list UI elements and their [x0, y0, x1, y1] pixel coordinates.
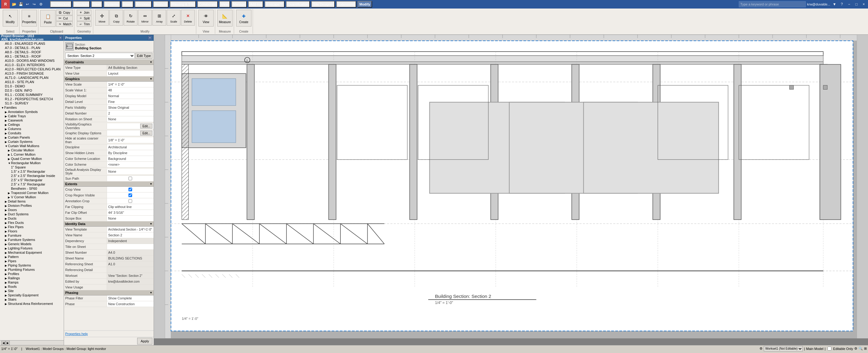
tree-item[interactable]: A11.0 - ELEV. INTERIORS — [1, 63, 63, 67]
workset-selector[interactable]: Workset1 (Not Editable) — [764, 346, 803, 351]
tree-item[interactable]: ▶Stairs — [1, 297, 63, 301]
extents-section-header[interactable]: Extents ▼ — [64, 182, 154, 187]
properties-help-text[interactable]: Properties help — [64, 330, 154, 337]
tree-item[interactable]: ▶L Corner Mullion — [1, 152, 63, 157]
tree-item[interactable]: ▶Structural Area Reinforcement — [1, 301, 63, 306]
tree-item[interactable]: R1.1 - CODE SUMMARY — [1, 93, 63, 97]
tree-item[interactable]: AS1.0 - SITE PLAN — [1, 80, 63, 84]
edit-type-btn[interactable]: Edit Type — [135, 53, 152, 59]
user-settings-btn[interactable]: ▼ — [831, 1, 838, 7]
massing-menu-btn[interactable]: Massing & Site — [170, 1, 196, 8]
tree-item[interactable]: ▶Columns — [1, 127, 63, 131]
array-btn[interactable]: ⊞ Array — [152, 10, 166, 26]
tree-item[interactable]: ▶Railings — [1, 276, 63, 280]
crop-view-checkbox[interactable] — [108, 188, 152, 191]
annotate-menu-btn[interactable]: Annotate — [135, 1, 152, 8]
properties-close-btn[interactable]: × — [148, 35, 152, 40]
tree-item[interactable]: 2.5" x 7.5" Rectangular — [1, 182, 63, 186]
tree-item[interactable]: A7.0 - DETAILS - PLAN — [1, 46, 63, 50]
pb-back-btn[interactable]: ◀ — [1, 341, 5, 345]
pb-forward-btn[interactable]: ▶ — [5, 341, 10, 345]
analyze-menu-btn[interactable]: Analyze — [153, 1, 168, 8]
tree-item[interactable]: ▶Generic Models — [1, 242, 63, 246]
editable-only-checkbox[interactable] — [828, 347, 831, 351]
addins-menu-btn[interactable]: Add-Ins — [248, 1, 263, 8]
enscape-menu-btn[interactable]: Enscape™ — [265, 1, 285, 8]
modify-menu-btn[interactable]: Modify — [358, 1, 372, 8]
tree-item[interactable]: D1.0 - DEMO — [1, 84, 63, 88]
tree-item[interactable]: 1" Square — [1, 165, 63, 169]
tree-item[interactable]: ▶Profiles — [1, 272, 63, 276]
tree-item[interactable]: ▶Trapezoid Corner Mullion — [1, 191, 63, 195]
extensions-menu-btn[interactable]: Extensions — [336, 1, 356, 8]
create-btn[interactable]: ✚ Create — [236, 10, 251, 27]
rotate-btn[interactable]: ↻ Rotate — [124, 10, 137, 26]
tree-item[interactable]: ▶Casework — [1, 118, 63, 122]
tree-item[interactable]: ▶Circular Mullion — [1, 148, 63, 152]
qa-undo-btn[interactable]: ↩ — [24, 1, 30, 7]
phasing-section-header[interactable]: Phasing ▼ — [64, 290, 154, 295]
tree-item[interactable]: ▶Pattern — [1, 255, 63, 259]
tree-item[interactable]: Bendheim - SF60 — [1, 186, 63, 191]
tree-item[interactable]: D2.0 - GEN. INFO — [1, 88, 63, 93]
tree-item[interactable]: ▶Furniture — [1, 233, 63, 237]
sun-path-checkbox[interactable] — [108, 176, 152, 180]
tree-item[interactable]: ▶Detail Items — [1, 199, 63, 203]
join-btn[interactable]: +Join — [77, 10, 91, 15]
manage-menu-btn[interactable]: Manage — [231, 1, 247, 8]
vis-graphics-edit-btn[interactable]: Edit... — [140, 124, 152, 129]
collaborate-menu-btn[interactable]: Collaborate — [197, 1, 218, 8]
tree-item[interactable]: A10.0 - DOORS AND WINDOWS — [1, 59, 63, 63]
tree-ducts-item[interactable]: ▶Ducts — [1, 216, 63, 221]
paste-btn[interactable]: 📋 Paste — [40, 10, 56, 27]
tree-item[interactable]: ▶Annotation Symbols — [1, 110, 63, 114]
properties-help-link[interactable]: Properties help — [65, 332, 88, 335]
tree-item[interactable]: ▶Ramps — [1, 280, 63, 285]
tree-item[interactable]: ▶Floors — [1, 229, 63, 233]
crop-region-checkbox[interactable] — [108, 193, 152, 197]
modify-btn[interactable]: ↖ Modify — [3, 10, 18, 27]
tree-item[interactable]: S1.0 - SURVEY — [1, 101, 63, 105]
graphic-display-edit-btn[interactable]: Edit... — [140, 131, 152, 135]
structure-menu-btn[interactable]: Structure — [73, 1, 90, 8]
systems-menu-btn[interactable]: Systems — [104, 1, 120, 8]
copy-btn[interactable]: ⧉Copy — [56, 10, 73, 15]
tree-item[interactable]: ▶Plumbing Fixtures — [1, 267, 63, 272]
tree-item[interactable]: ▶Piping Systems — [1, 263, 63, 267]
tree-item[interactable]: ▶Conduits — [1, 131, 63, 135]
delete-btn[interactable]: ✕ Delete — [181, 10, 195, 26]
tree-item[interactable]: R1.2 - PERSPECTIVE SKETCH — [1, 97, 63, 101]
tree-item[interactable]: 2.5" x 2.5" Rectangular Inside — [1, 173, 63, 178]
tree-item[interactable]: ▶Roofs — [1, 285, 63, 289]
project-browser-tree[interactable]: A6.0 - ENLARGED PLANS A7.0 - DETAILS - P… — [0, 41, 64, 340]
site-designer-menu-btn[interactable]: Site Designer — [311, 1, 335, 8]
qa-open-btn[interactable]: 📂 — [11, 1, 17, 7]
tree-item[interactable]: ▶Curtain Systems — [1, 139, 63, 144]
quantification-menu-btn[interactable]: Quantification — [286, 1, 310, 8]
measure-btn[interactable]: 📐 Measure — [217, 10, 232, 27]
tree-item[interactable]: ▶Pipes — [1, 259, 63, 263]
tree-item[interactable]: ▶Furniture Systems — [1, 237, 63, 242]
qa-redo-btn[interactable]: ↪ — [31, 1, 37, 7]
properties-scroll-area[interactable]: Constraints ▼ View Type A4 Building Sect… — [64, 60, 154, 330]
copy-large-btn[interactable]: ⧉ Copy — [110, 10, 123, 26]
revit-logo[interactable]: R — [1, 0, 10, 8]
scale-btn[interactable]: ⤢ Scale — [167, 10, 180, 26]
apply-btn[interactable]: Apply — [137, 338, 152, 345]
view-selector-dropdown[interactable]: Section: Section 2 Section: Section 1 — [65, 53, 135, 59]
tree-item[interactable]: ▼Rectangular Mullion — [1, 161, 63, 165]
tree-item[interactable]: ▶Site — [1, 289, 63, 293]
tree-item[interactable]: ALT1.0 - LANDSCAPE PLAN — [1, 75, 63, 80]
identity-data-section-header[interactable]: Identity Data ▼ — [64, 221, 154, 227]
insert-menu-btn[interactable]: Insert — [122, 1, 134, 8]
split-btn[interactable]: ÷Split — [77, 15, 91, 21]
tree-item[interactable]: ▶Mechanical Equipment — [1, 250, 63, 255]
qa-save-btn[interactable]: 💾 — [18, 1, 24, 7]
window-maximize-btn[interactable]: □ — [854, 1, 860, 7]
help-btn[interactable]: ? — [839, 1, 845, 7]
window-close-btn[interactable]: × — [861, 1, 867, 7]
tree-item[interactable]: A9.1 - DETAILS - ROOF — [1, 54, 63, 59]
drawing-inner[interactable]: Building Section: Section 2 1/4" = 1'-0"… — [154, 35, 868, 339]
steel-menu-btn[interactable]: Steel — [91, 1, 102, 8]
window-minimize-btn[interactable]: − — [846, 1, 852, 7]
